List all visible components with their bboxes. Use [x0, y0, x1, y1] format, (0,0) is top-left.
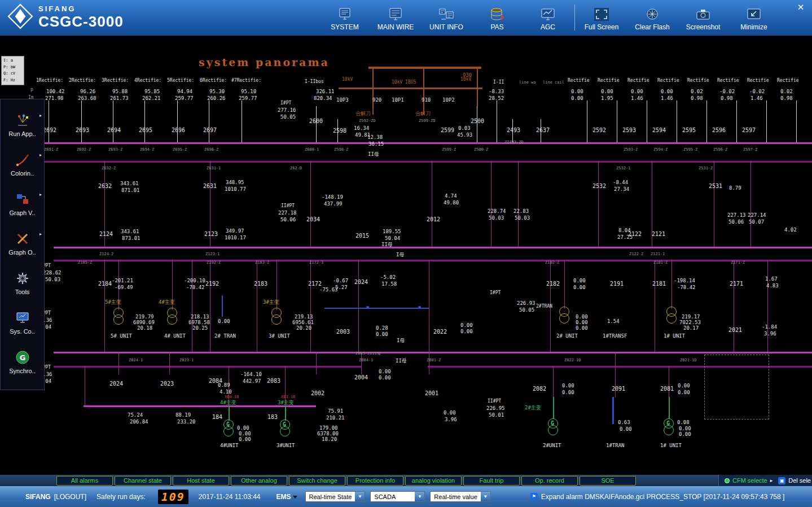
alarm-tab-host-state[interactable]: Host state — [173, 476, 229, 486]
sidebar-item-runapp[interactable]: Run App..▸ — [1, 105, 44, 145]
delete-label: Del sele — [788, 477, 811, 484]
diagram-label: 218.13 — [191, 314, 209, 320]
diagram-label: 3# UNIT — [269, 334, 290, 339]
cfm-select-button[interactable]: CFM selecte ▸ — [725, 477, 773, 484]
diagram-label: -0.02 — [719, 89, 735, 94]
diagram-label: 184 — [212, 414, 222, 420]
chevron-down-icon[interactable]: ▼ — [415, 492, 424, 501]
alarm-tab-switch-change[interactable]: Switch change — [289, 476, 345, 486]
sidebar-item-grapho[interactable]: Graph O..▸ — [1, 224, 44, 263]
sifang-diamond-icon — [7, 3, 34, 32]
diagram-label: 10kV — [460, 77, 471, 82]
transformer-symbol — [113, 314, 124, 325]
dropdown-real-time-value[interactable]: Real-time value▼ — [430, 491, 490, 502]
diagram-label: Z022-1D — [564, 359, 581, 362]
mainwire-icon — [387, 6, 404, 22]
diagram-label: -0.02 — [749, 89, 765, 94]
diagram-label: 2694 — [107, 128, 121, 133]
diagram-label: 2081 — [660, 386, 674, 392]
diagram-label: 4#UNIT — [220, 443, 239, 448]
submenu-arrow-icon: ▸ — [39, 192, 42, 197]
sidebar-item-coloring[interactable]: Colorin..▸ — [1, 145, 44, 184]
feeder-line — [677, 100, 677, 142]
diagram-label: 228.74 — [488, 209, 506, 214]
diagram-label: 2001 — [425, 391, 438, 396]
dropdown-real-time-state[interactable]: Real-time State▼ — [305, 491, 366, 502]
diagram-label: Z696-Z — [204, 148, 218, 152]
diagram-label: 4.02 — [784, 228, 797, 233]
diagram-label: Z001-Z — [427, 359, 441, 362]
logout-button[interactable]: [LOGOUT] — [54, 493, 86, 501]
sidebar-item-sysco[interactable]: Sys. Co.. — [1, 303, 44, 342]
sidebar-item-synchro[interactable]: GSynchro.. — [1, 342, 44, 382]
diagram-label: XB4-1B — [225, 395, 239, 399]
diagram-label: 2596 — [712, 128, 726, 133]
feeder-line — [209, 100, 209, 142]
toolbar-button-mainwire[interactable]: MAIN WIRE — [370, 4, 421, 31]
feeder-line — [587, 100, 587, 142]
alarm-tab-other-analog[interactable]: Other analog — [231, 476, 287, 486]
diagram-label: 1Rectifie: — [36, 78, 63, 83]
toolbar-button-pas[interactable]: PAS — [472, 4, 523, 31]
bus-line — [35, 142, 812, 144]
diagram-label: 0.02 — [691, 89, 703, 94]
minimize-icon — [745, 6, 762, 22]
alarm-tabbar: All alarmsChannel stateHost stateOther a… — [0, 475, 812, 486]
delete-select-button[interactable]: ▣ Del sele — [778, 477, 811, 484]
toolbar-button-clearflash[interactable]: Clear Flash — [627, 4, 678, 31]
toolbar-button-unitinfo[interactable]: UNIT INFO — [421, 4, 472, 31]
sidebar-item-graphv[interactable]: Graph V..▸ — [1, 184, 44, 224]
diagram-label: 3Rectifie: — [102, 78, 129, 83]
diagram-label: 3#主变 — [263, 300, 279, 305]
diagram-label: 2121 — [652, 231, 665, 237]
diagram-label: 2696 — [172, 128, 185, 133]
feeder-line — [714, 161, 714, 247]
diagram-label: 2012 — [427, 217, 440, 222]
alarm-tab-channel-state[interactable]: Channel state — [115, 476, 171, 486]
sidebar-item-tools[interactable]: Tools — [1, 263, 44, 303]
diagram-label: 50.07 — [749, 220, 764, 225]
toolbar-button-fullscreen[interactable]: Full Screen — [576, 4, 627, 31]
toolbar-button-minimize[interactable]: Minimize — [728, 4, 779, 31]
alarm-tab-all-alarms[interactable]: All alarms — [56, 476, 113, 486]
feeder-line — [118, 352, 119, 374]
diagram-label: I-IIbus — [305, 80, 324, 84]
diagram-label: 920 — [372, 98, 381, 103]
ems-mode-select[interactable]: EMS — [276, 493, 297, 501]
toolbar-button-agc[interactable]: AGC — [523, 4, 573, 31]
coloring-icon — [15, 152, 30, 168]
toolbar-button-system[interactable]: SYSTEM — [319, 4, 370, 31]
alarm-tab-op-record[interactable]: Op. record — [521, 476, 578, 486]
feeder-line — [647, 100, 647, 142]
diagram-label: 3.96 — [764, 331, 776, 336]
toolbar-button-screenshot[interactable]: Screenshot — [678, 4, 728, 31]
diagram-label: 20.25 — [192, 326, 208, 331]
diagram-label: II母 — [381, 242, 393, 247]
diagram-label: 2600 — [309, 119, 323, 124]
alarm-tab-analog-violation[interactable]: analog violation — [405, 476, 462, 486]
bus-line — [84, 405, 316, 407]
header-bar: SIFANG CSGC-3000 SYSTEMMAIN WIREUNIT INF… — [0, 0, 812, 36]
close-icon[interactable]: ✕ — [795, 2, 806, 12]
alarm-tab-fault-trip[interactable]: Fault trip — [463, 476, 520, 486]
page-title: CSGC-3000 — [38, 13, 124, 30]
diagram-label: 2003 — [336, 329, 350, 335]
diagram-label: 0.00 — [679, 426, 691, 431]
feeder-line — [553, 366, 554, 397]
alarm-tab-soe[interactable]: SOE — [580, 476, 636, 486]
system-icon — [336, 6, 353, 22]
diagram-label: 219.17 — [682, 314, 700, 320]
diagram-label: Z593-Z — [624, 148, 638, 152]
diagram-label: 343.61 — [120, 181, 139, 186]
diagram-label: 0.00 — [237, 426, 249, 431]
diagram-label: 1010.77 — [225, 187, 246, 192]
diagram-label: 45.93 — [457, 133, 472, 138]
alarm-tab-protection-info[interactable]: Protection info — [347, 476, 403, 486]
alarm-message-area[interactable]: ⚑ Expand alarm DMSKAIFAnode.gci PROCESS_… — [530, 493, 785, 501]
dropdown-scada[interactable]: SCADA▼ — [370, 491, 425, 502]
diagram-label: 259.77 — [239, 96, 257, 101]
chevron-down-icon[interactable]: ▼ — [355, 492, 365, 501]
feeder-line — [85, 366, 85, 405]
diagram-label: 28.52 — [489, 96, 504, 101]
chevron-down-icon[interactable]: ▼ — [481, 492, 490, 501]
